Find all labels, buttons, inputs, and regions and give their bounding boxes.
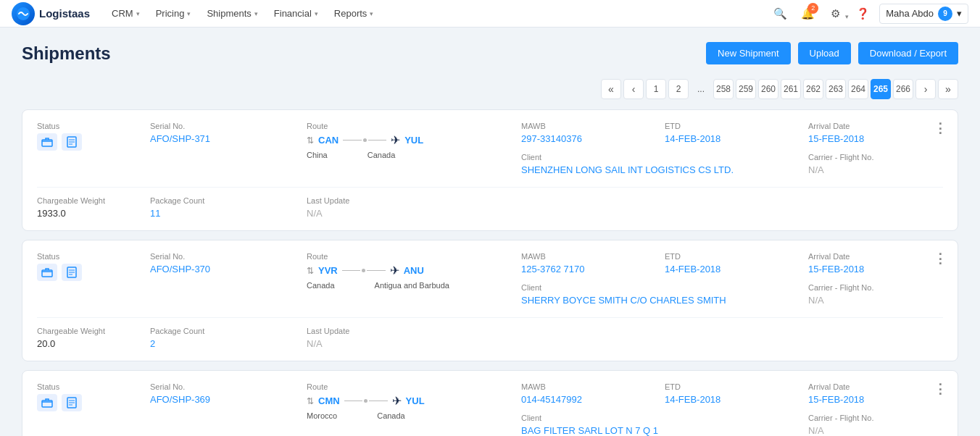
upload-button[interactable]: Upload xyxy=(798,42,851,64)
client-label: Client xyxy=(521,283,800,292)
page-265-button[interactable]: 265 xyxy=(871,79,891,99)
carrier-flight-value: N/A xyxy=(808,164,943,175)
more-options-button[interactable]: ⋮ xyxy=(934,122,947,135)
new-shipment-button[interactable]: New Shipment xyxy=(706,42,791,64)
serial-no-value[interactable]: AFO/SHP-371 xyxy=(150,133,295,144)
route-line xyxy=(342,269,386,272)
document-status-icon[interactable] xyxy=(62,264,82,281)
carrier-flight-value: N/A xyxy=(808,425,943,436)
carrier-flight-label: Carrier - Flight No. xyxy=(808,414,943,422)
mawb-value[interactable]: 297-33140376 xyxy=(521,133,656,144)
nav-item-reports[interactable]: Reports ▾ xyxy=(327,4,381,23)
etd-value: 14-FEB-2018 xyxy=(665,264,800,274)
card-right-info: MAWB 014-45147992 ETD 14-FEB-2018 Arriva… xyxy=(521,382,943,436)
arrival-date-value: 15-FEB-2018 xyxy=(808,133,943,144)
package-count-value[interactable]: 11 xyxy=(150,208,295,219)
arrival-date-value: 15-FEB-2018 xyxy=(808,394,943,405)
prev-page-button[interactable]: ‹ xyxy=(623,79,644,99)
arrival-date-section: Arrival Date 15-FEB-2018 xyxy=(808,122,943,144)
mawb-section: MAWB 125-3762 7170 xyxy=(521,252,656,274)
download-export-button[interactable]: Download / Export xyxy=(858,42,958,64)
status-icons xyxy=(37,394,138,411)
client-value[interactable]: SHENZHEN LONG SAIL INT LOGISTICS CS LTD. xyxy=(521,164,800,175)
document-status-icon[interactable] xyxy=(62,133,82,151)
logo[interactable]: Logistaas xyxy=(12,2,90,25)
etd-label: ETD xyxy=(665,252,800,261)
plane-icon: ✈ xyxy=(391,133,400,147)
page-title: Shipments xyxy=(22,43,111,64)
chevron-down-icon: ▾ xyxy=(845,13,849,20)
etd-section: ETD 14-FEB-2018 xyxy=(665,382,800,405)
mawb-section: MAWB 297-33140376 xyxy=(521,122,656,144)
route-label: Route xyxy=(307,382,510,391)
etd-value: 14-FEB-2018 xyxy=(665,394,800,405)
shipment-status-icon[interactable] xyxy=(37,133,57,151)
gear-icon: ⚙ xyxy=(831,7,840,20)
more-options-button[interactable]: ⋮ xyxy=(934,252,947,265)
last-update-label: Last Update xyxy=(307,327,510,335)
serial-no-label: Serial No. xyxy=(150,122,295,130)
package-count-section: Package Count 2 xyxy=(150,327,295,349)
route-section: Route ⇅ CAN ✈ YUL China Canada xyxy=(307,122,510,175)
page-2-button[interactable]: 2 xyxy=(668,79,689,99)
route-countries: Morocco Canada xyxy=(307,410,510,420)
route-filter-icon[interactable]: ⇅ xyxy=(307,135,314,146)
page-263-button[interactable]: 263 xyxy=(826,79,846,99)
nav-item-shipments[interactable]: Shipments ▾ xyxy=(199,4,265,23)
mawb-label: MAWB xyxy=(521,252,656,261)
serial-no-value[interactable]: AFO/SHP-370 xyxy=(150,264,295,274)
etd-section: ETD 14-FEB-2018 xyxy=(665,252,800,274)
nav-item-financial[interactable]: Financial ▾ xyxy=(267,4,325,23)
card-top-section: Status xyxy=(37,252,943,306)
route-to-code: YUL xyxy=(404,135,423,146)
nav-item-pricing[interactable]: Pricing ▾ xyxy=(149,4,199,23)
shipment-status-icon[interactable] xyxy=(37,394,57,411)
doc-icon xyxy=(67,267,77,278)
status-icons xyxy=(37,133,138,151)
client-value[interactable]: BAG FILTER SARL LOT N 7 Q 1 xyxy=(521,425,800,436)
page-260-button[interactable]: 260 xyxy=(758,79,778,99)
mawb-value[interactable]: 014-45147992 xyxy=(521,394,656,405)
mawb-value[interactable]: 125-3762 7170 xyxy=(521,264,656,274)
page-261-button[interactable]: 261 xyxy=(781,79,801,99)
page-1-button[interactable]: 1 xyxy=(646,79,666,99)
next-page-button[interactable]: › xyxy=(915,79,936,99)
page-266-button[interactable]: 266 xyxy=(893,79,913,99)
last-page-button[interactable]: » xyxy=(938,79,958,99)
route-label: Route xyxy=(307,252,510,261)
route-line xyxy=(343,138,386,142)
last-update-section: Last Update N/A xyxy=(307,327,510,349)
shipment-status-icon[interactable] xyxy=(37,264,57,281)
package-count-value[interactable]: 2 xyxy=(150,338,295,349)
page-262-button[interactable]: 262 xyxy=(803,79,823,99)
first-page-button[interactable]: « xyxy=(601,79,621,99)
notifications-button[interactable]: 🔔 2 xyxy=(797,3,818,25)
route-filter-icon[interactable]: ⇅ xyxy=(307,266,314,276)
page-259-button[interactable]: 259 xyxy=(736,79,756,99)
nav-item-crm[interactable]: CRM ▾ xyxy=(104,4,147,23)
settings-button[interactable]: ⚙ ▾ xyxy=(824,3,846,25)
client-section: Client SHENZHEN LONG SAIL INT LOGISTICS … xyxy=(521,153,800,175)
serial-no-section: Serial No. AFO/SHP-369 xyxy=(150,382,295,436)
carrier-flight-section: Carrier - Flight No. N/A xyxy=(808,414,943,436)
route-to-code: ANU xyxy=(404,265,424,276)
serial-no-value[interactable]: AFO/SHP-369 xyxy=(150,394,295,405)
route-to-country: Canada xyxy=(368,151,396,159)
help-button[interactable]: ❓ xyxy=(852,3,873,25)
chevron-down-icon: ▾ xyxy=(254,10,258,17)
search-button[interactable]: 🔍 xyxy=(769,3,791,25)
page-264-button[interactable]: 264 xyxy=(848,79,868,99)
chargeable-weight-label: Chargeable Weight xyxy=(37,196,138,205)
page-258-button[interactable]: 258 xyxy=(713,79,734,99)
more-options-button[interactable]: ⋮ xyxy=(934,382,947,395)
user-menu[interactable]: Maha Abdo 9 ▾ xyxy=(879,4,968,24)
serial-no-section: Serial No. AFO/SHP-370 xyxy=(150,252,295,306)
nav-right: 🔍 🔔 2 ⚙ ▾ ❓ Maha Abdo 9 ▾ xyxy=(769,3,968,25)
client-value[interactable]: SHERRY BOYCE SMITH C/O CHARLES SMITH xyxy=(521,295,800,306)
card-top-section: Status xyxy=(37,122,943,175)
chargeable-weight-section: Chargeable Weight 1933.0 xyxy=(37,196,138,219)
etd-value: 14-FEB-2018 xyxy=(665,133,800,144)
package-count-section: Package Count 11 xyxy=(150,196,295,219)
document-status-icon[interactable] xyxy=(62,394,82,411)
route-filter-icon[interactable]: ⇅ xyxy=(307,396,314,406)
